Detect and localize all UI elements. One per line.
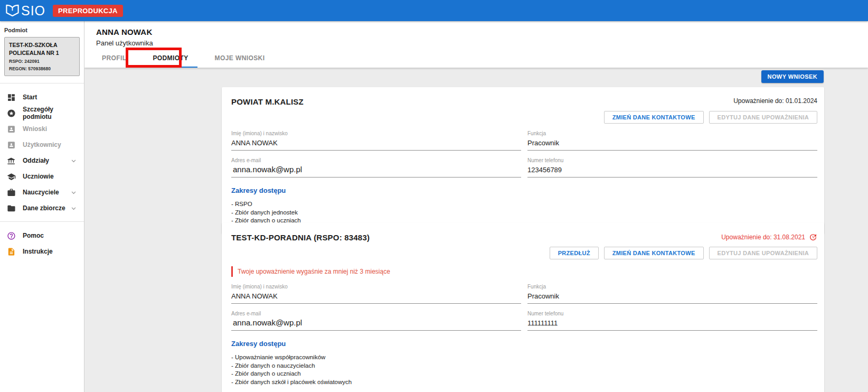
- extend-button[interactable]: PRZEDŁUŻ: [550, 247, 599, 259]
- star-circle-icon: [6, 108, 16, 118]
- change-contact-data-button[interactable]: ZMIEŃ DANE KONTAKTOWE: [604, 111, 704, 124]
- function-field: Funkcja Pracownik: [527, 284, 817, 304]
- sidebar-item-label: Wnioski: [23, 125, 47, 133]
- expiring-clock-icon: [809, 233, 817, 241]
- phone-field-label: Numer telefonu: [527, 311, 817, 316]
- name-field-value: ANNA NOWAK: [231, 292, 521, 300]
- entity-regon: REGON: 570938680: [9, 66, 75, 71]
- edit-authorization-data-button[interactable]: EDYTUJ DANE UPOWAŻNIENIA: [709, 111, 817, 124]
- email-field-label: Adres e-mail: [231, 157, 521, 163]
- name-field: Imię (imiona) i nazwisko ANNA NOWAK: [231, 130, 521, 151]
- access-scopes-list: - RSPO - Zbiór danych jednostek - Zbiór …: [231, 200, 817, 225]
- function-field-label: Funkcja: [527, 284, 817, 290]
- phone-field-value: 111111111: [527, 319, 817, 327]
- phone-field: Numer telefonu 111111111: [527, 311, 817, 331]
- authorization-valid-until: Upoważnienie do: 01.01.2024: [733, 95, 817, 105]
- authorization-valid-until-expired: Upoważnienie do: 31.08.2021: [721, 231, 817, 241]
- sidebar-item-label: Dane zbiorcze: [23, 204, 65, 212]
- access-scope-item: - Zbiór danych jednostek: [231, 209, 817, 217]
- edit-authorization-data-button[interactable]: EDYTUJ DANE UPOWAŻNIENIA: [709, 247, 817, 259]
- card-title: TEST-KD-PORADNIA (RSPO: 83483): [231, 231, 370, 242]
- expiration-warning: Twoje upoważnienie wygaśnie za mniej niż…: [231, 266, 817, 277]
- function-field-value: Pracownik: [527, 139, 817, 147]
- name-field-value: ANNA NOWAK: [231, 139, 521, 147]
- contact-fields: Imię (imiona) i nazwisko ANNA NOWAK Funk…: [231, 284, 817, 338]
- access-scope-item: - RSPO: [231, 200, 817, 209]
- authorization-date-text: Upoważnienie do: 31.08.2021: [721, 234, 805, 241]
- tab-profil[interactable]: PROFIL: [89, 49, 139, 68]
- current-entity-card: TEST-KD-SZKOŁA POLICEALNA NR 1 RSPO: 242…: [4, 37, 80, 76]
- card-actions: ZMIEŃ DANE KONTAKTOWE EDYTUJ DANE UPOWAŻ…: [231, 111, 817, 124]
- email-field-value: anna.nowak@wp.pl: [231, 165, 521, 174]
- page-title: ANNA NOWAK: [96, 27, 152, 36]
- sidebar-item-start[interactable]: Start: [0, 89, 84, 105]
- sidebar-item-szczegoly-podmiotu[interactable]: Szczegóły podmiotu: [0, 105, 84, 121]
- sidebar-item-label: Uczniowie: [23, 173, 54, 180]
- name-field: Imię (imiona) i nazwisko ANNA NOWAK: [231, 284, 521, 304]
- email-field: Adres e-mail anna.nowak@wp.pl: [231, 311, 521, 331]
- sidebar-item-dane-zbiorcze[interactable]: Dane zbiorcze: [0, 200, 84, 216]
- sidebar-item-uzytkownicy[interactable]: Użytkownicy: [0, 137, 84, 153]
- email-field-label: Adres e-mail: [231, 311, 521, 316]
- email-field-value: anna.nowak@wp.pl: [231, 318, 521, 327]
- sidebar-item-label: Pomoc: [23, 232, 44, 239]
- name-field-label: Imię (imiona) i nazwisko: [231, 130, 521, 136]
- access-scopes-link[interactable]: Zakresy dostępu: [231, 186, 286, 194]
- folder-icon: [6, 203, 16, 213]
- function-field: Funkcja Pracownik: [527, 130, 817, 151]
- sidebar-item-label: Szczegóły podmiotu: [23, 106, 78, 120]
- badge-person-icon: [6, 140, 16, 150]
- logo-text: SIO: [21, 4, 45, 17]
- sidebar-item-label: Oddziały: [23, 157, 49, 164]
- entity-name: TEST-KD-SZKOŁA POLICEALNA NR 1: [9, 41, 75, 57]
- card-actions: PRZEDŁUŻ ZMIEŃ DANE KONTAKTOWE EDYTUJ DA…: [231, 247, 817, 259]
- sidebar-item-label: Nauczyciele: [23, 189, 59, 196]
- phone-field-label: Numer telefonu: [527, 157, 817, 163]
- graduation-cap-icon: [6, 172, 16, 181]
- bank-icon: [6, 156, 16, 165]
- sidebar-item-oddzialy[interactable]: Oddziały: [0, 153, 84, 169]
- tab-bar: PROFIL PODMIOTY MOJE WNIOSKI: [89, 49, 278, 68]
- help-icon: [6, 231, 16, 240]
- access-scopes-list: - Upoważnianie współpracowników - Zbiór …: [231, 353, 817, 386]
- sidebar-item-instrukcje[interactable]: Instrukcje: [0, 244, 84, 259]
- authorization-card-test-kd-poradnia: TEST-KD-PORADNIA (RSPO: 83483) Upoważnie…: [222, 223, 824, 392]
- phone-field: Numer telefonu 123456789: [527, 157, 817, 178]
- phone-field-value: 123456789: [527, 166, 817, 174]
- change-contact-data-button[interactable]: ZMIEŃ DANE KONTAKTOWE: [604, 247, 704, 259]
- page-subtitle: Panel użytkownika: [96, 39, 153, 47]
- tab-moje-wnioski[interactable]: MOJE WNIOSKI: [202, 49, 278, 68]
- function-field-value: Pracownik: [527, 292, 817, 300]
- access-scope-item: - Zbiór danych o uczniach: [231, 370, 817, 378]
- function-field-label: Funkcja: [527, 130, 817, 136]
- sidebar-item-wnioski[interactable]: Wnioski: [0, 121, 84, 137]
- name-field-label: Imię (imiona) i nazwisko: [231, 284, 521, 290]
- badge-person-icon: [6, 124, 16, 134]
- authorization-card-powiat-kalisz: POWIAT M.KALISZ Upoważnienie do: 01.01.2…: [222, 87, 824, 234]
- sio-logo-icon: [5, 4, 20, 17]
- sidebar-item-label: Instrukcje: [23, 248, 53, 255]
- chevron-down-icon[interactable]: [70, 157, 78, 165]
- sidebar: Podmiot TEST-KD-SZKOŁA POLICEALNA NR 1 R…: [0, 21, 84, 392]
- email-field: Adres e-mail anna.nowak@wp.pl: [231, 157, 521, 178]
- access-scope-item: - Upoważnianie współpracowników: [231, 353, 817, 362]
- entity-rspo: RSPO: 242091: [9, 59, 75, 64]
- sidebar-menu: Start Szczegóły podmiotu Wnioski: [0, 83, 84, 218]
- tab-podmioty[interactable]: PODMIOTY: [139, 49, 201, 68]
- briefcase-icon: [6, 188, 16, 197]
- chevron-down-icon[interactable]: [70, 204, 78, 212]
- page-header: ANNA NOWAK Panel użytkownika PROFIL PODM…: [84, 21, 868, 68]
- dashboard-icon: [6, 92, 16, 102]
- sidebar-footer-menu: Pomoc Instrukcje: [0, 222, 84, 262]
- podmiot-section-label: Podmiot: [0, 21, 84, 37]
- sidebar-item-nauczyciele[interactable]: Nauczyciele: [0, 184, 84, 200]
- sio-logo[interactable]: SIO: [5, 4, 45, 17]
- access-scopes-link[interactable]: Zakresy dostępu: [231, 340, 286, 348]
- sidebar-item-label: Start: [23, 94, 37, 101]
- content-area: NOWY WNIOSEK POWIAT M.KALISZ Upoważnieni…: [84, 68, 868, 392]
- new-request-button[interactable]: NOWY WNIOSEK: [761, 70, 824, 83]
- chevron-down-icon[interactable]: [70, 189, 78, 197]
- sidebar-item-uczniowie[interactable]: Uczniowie: [0, 169, 84, 184]
- access-scope-item: - Zbiór danych szkół i placówek oświatow…: [231, 378, 817, 387]
- sidebar-item-pomoc[interactable]: Pomoc: [0, 228, 84, 244]
